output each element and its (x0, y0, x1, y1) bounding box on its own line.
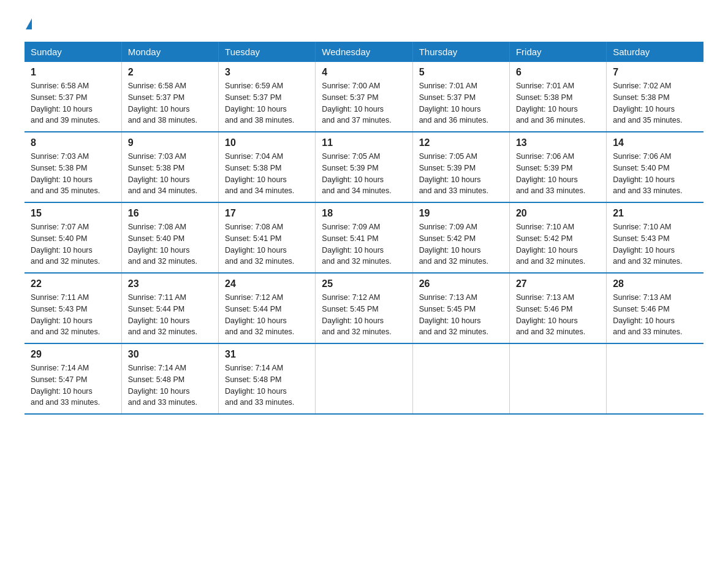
calendar-cell: 2Sunrise: 6:58 AMSunset: 5:37 PMDaylight… (121, 62, 218, 132)
day-number: 5 (419, 67, 503, 78)
day-number: 3 (225, 67, 309, 78)
day-info: Sunrise: 6:58 AMSunset: 5:37 PMDaylight:… (128, 82, 197, 124)
calendar-cell: 29Sunrise: 7:14 AMSunset: 5:47 PMDayligh… (25, 343, 121, 414)
day-number: 31 (225, 349, 309, 360)
calendar-week-3: 15Sunrise: 7:07 AMSunset: 5:40 PMDayligh… (25, 202, 703, 273)
day-info: Sunrise: 7:05 AMSunset: 5:39 PMDaylight:… (322, 152, 391, 195)
calendar-cell: 4Sunrise: 7:00 AMSunset: 5:37 PMDaylight… (316, 62, 412, 132)
calendar-cell: 9Sunrise: 7:03 AMSunset: 5:38 PMDaylight… (121, 132, 218, 202)
day-number: 26 (419, 278, 503, 289)
calendar-cell: 18Sunrise: 7:09 AMSunset: 5:41 PMDayligh… (316, 202, 412, 273)
day-number: 14 (613, 137, 697, 148)
calendar-cell (509, 343, 606, 414)
day-number: 25 (322, 278, 406, 289)
calendar-cell (412, 343, 509, 414)
col-sunday: Sunday (25, 42, 121, 62)
calendar-cell: 14Sunrise: 7:06 AMSunset: 5:40 PMDayligh… (607, 132, 703, 202)
day-info: Sunrise: 7:13 AMSunset: 5:45 PMDaylight:… (419, 293, 488, 336)
day-info: Sunrise: 7:12 AMSunset: 5:44 PMDaylight:… (225, 293, 294, 336)
calendar-cell (316, 343, 412, 414)
day-number: 29 (31, 349, 115, 360)
calendar-week-4: 22Sunrise: 7:11 AMSunset: 5:43 PMDayligh… (25, 273, 703, 343)
calendar-cell: 16Sunrise: 7:08 AMSunset: 5:40 PMDayligh… (121, 202, 218, 273)
day-info: Sunrise: 7:06 AMSunset: 5:39 PMDaylight:… (516, 152, 585, 195)
day-info: Sunrise: 7:12 AMSunset: 5:45 PMDaylight:… (322, 293, 391, 336)
header-row: Sunday Monday Tuesday Wednesday Thursday… (25, 42, 703, 62)
day-info: Sunrise: 7:03 AMSunset: 5:38 PMDaylight:… (31, 152, 100, 195)
day-number: 24 (225, 278, 309, 289)
calendar-cell: 24Sunrise: 7:12 AMSunset: 5:44 PMDayligh… (219, 273, 316, 343)
day-info: Sunrise: 7:14 AMSunset: 5:48 PMDaylight:… (128, 364, 197, 407)
day-info: Sunrise: 6:58 AMSunset: 5:37 PMDaylight:… (31, 82, 100, 124)
calendar-week-2: 8Sunrise: 7:03 AMSunset: 5:38 PMDaylight… (25, 132, 703, 202)
day-number: 17 (225, 208, 309, 219)
day-info: Sunrise: 7:00 AMSunset: 5:37 PMDaylight:… (322, 82, 391, 124)
calendar-cell: 5Sunrise: 7:01 AMSunset: 5:37 PMDaylight… (412, 62, 509, 132)
calendar-cell: 11Sunrise: 7:05 AMSunset: 5:39 PMDayligh… (316, 132, 412, 202)
day-number: 4 (322, 67, 406, 78)
calendar-cell: 28Sunrise: 7:13 AMSunset: 5:46 PMDayligh… (607, 273, 703, 343)
calendar-cell: 21Sunrise: 7:10 AMSunset: 5:43 PMDayligh… (607, 202, 703, 273)
day-number: 1 (31, 67, 115, 78)
day-number: 9 (128, 137, 212, 148)
day-info: Sunrise: 7:09 AMSunset: 5:42 PMDaylight:… (419, 223, 488, 266)
day-number: 7 (613, 67, 697, 78)
day-number: 8 (31, 137, 115, 148)
day-number: 30 (128, 349, 212, 360)
day-info: Sunrise: 7:10 AMSunset: 5:43 PMDaylight:… (613, 223, 682, 266)
calendar-cell: 31Sunrise: 7:14 AMSunset: 5:48 PMDayligh… (219, 343, 316, 414)
day-number: 2 (128, 67, 212, 78)
day-number: 22 (31, 278, 115, 289)
calendar-cell: 25Sunrise: 7:12 AMSunset: 5:45 PMDayligh… (316, 273, 412, 343)
day-info: Sunrise: 7:05 AMSunset: 5:39 PMDaylight:… (419, 152, 488, 195)
day-number: 18 (322, 208, 406, 219)
day-info: Sunrise: 7:13 AMSunset: 5:46 PMDaylight:… (516, 293, 585, 336)
day-info: Sunrise: 7:11 AMSunset: 5:43 PMDaylight:… (31, 293, 100, 336)
calendar-cell: 17Sunrise: 7:08 AMSunset: 5:41 PMDayligh… (219, 202, 316, 273)
day-number: 15 (31, 208, 115, 219)
day-number: 11 (322, 137, 406, 148)
day-info: Sunrise: 7:01 AMSunset: 5:38 PMDaylight:… (516, 82, 585, 124)
calendar-body: 1Sunrise: 6:58 AMSunset: 5:37 PMDaylight… (25, 62, 703, 414)
day-info: Sunrise: 7:03 AMSunset: 5:38 PMDaylight:… (128, 152, 197, 195)
calendar-cell: 13Sunrise: 7:06 AMSunset: 5:39 PMDayligh… (509, 132, 606, 202)
day-info: Sunrise: 7:14 AMSunset: 5:48 PMDaylight:… (225, 364, 294, 407)
calendar-cell: 10Sunrise: 7:04 AMSunset: 5:38 PMDayligh… (219, 132, 316, 202)
col-tuesday: Tuesday (219, 42, 316, 62)
col-friday: Friday (509, 42, 606, 62)
day-info: Sunrise: 7:13 AMSunset: 5:46 PMDaylight:… (613, 293, 682, 336)
page-header (25, 18, 703, 29)
day-number: 27 (516, 278, 600, 289)
logo (25, 18, 32, 29)
day-number: 6 (516, 67, 600, 78)
day-number: 12 (419, 137, 503, 148)
day-info: Sunrise: 7:01 AMSunset: 5:37 PMDaylight:… (419, 82, 488, 124)
day-info: Sunrise: 7:08 AMSunset: 5:41 PMDaylight:… (225, 223, 294, 266)
day-number: 20 (516, 208, 600, 219)
day-info: Sunrise: 7:10 AMSunset: 5:42 PMDaylight:… (516, 223, 585, 266)
col-saturday: Saturday (607, 42, 703, 62)
calendar-cell: 30Sunrise: 7:14 AMSunset: 5:48 PMDayligh… (121, 343, 218, 414)
calendar-week-1: 1Sunrise: 6:58 AMSunset: 5:37 PMDaylight… (25, 62, 703, 132)
calendar-week-5: 29Sunrise: 7:14 AMSunset: 5:47 PMDayligh… (25, 343, 703, 414)
day-info: Sunrise: 7:09 AMSunset: 5:41 PMDaylight:… (322, 223, 391, 266)
calendar-cell: 6Sunrise: 7:01 AMSunset: 5:38 PMDaylight… (509, 62, 606, 132)
day-info: Sunrise: 7:08 AMSunset: 5:40 PMDaylight:… (128, 223, 197, 266)
day-number: 23 (128, 278, 212, 289)
calendar-cell: 7Sunrise: 7:02 AMSunset: 5:38 PMDaylight… (607, 62, 703, 132)
day-info: Sunrise: 7:14 AMSunset: 5:47 PMDaylight:… (31, 364, 100, 407)
day-info: Sunrise: 6:59 AMSunset: 5:37 PMDaylight:… (225, 82, 294, 124)
day-number: 19 (419, 208, 503, 219)
col-wednesday: Wednesday (316, 42, 412, 62)
col-thursday: Thursday (412, 42, 509, 62)
calendar-cell: 3Sunrise: 6:59 AMSunset: 5:37 PMDaylight… (219, 62, 316, 132)
calendar-cell: 1Sunrise: 6:58 AMSunset: 5:37 PMDaylight… (25, 62, 121, 132)
logo-triangle-icon (26, 18, 32, 29)
calendar-cell: 26Sunrise: 7:13 AMSunset: 5:45 PMDayligh… (412, 273, 509, 343)
calendar-cell: 27Sunrise: 7:13 AMSunset: 5:46 PMDayligh… (509, 273, 606, 343)
day-info: Sunrise: 7:07 AMSunset: 5:40 PMDaylight:… (31, 223, 100, 266)
day-number: 28 (613, 278, 697, 289)
calendar-cell: 15Sunrise: 7:07 AMSunset: 5:40 PMDayligh… (25, 202, 121, 273)
calendar-cell: 12Sunrise: 7:05 AMSunset: 5:39 PMDayligh… (412, 132, 509, 202)
day-number: 10 (225, 137, 309, 148)
